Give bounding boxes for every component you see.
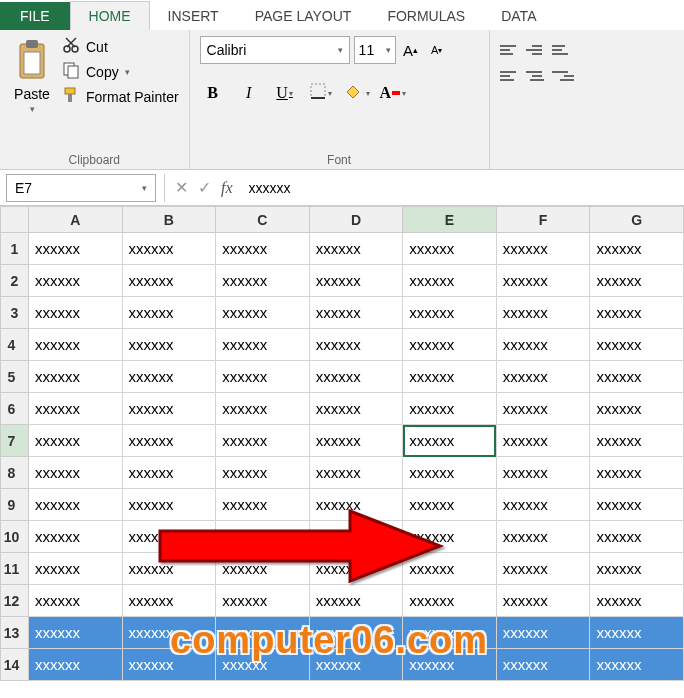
cell-A2[interactable]: xxxxxx [29, 265, 123, 297]
cell-G11[interactable]: xxxxxx [590, 553, 684, 585]
cell-B2[interactable]: xxxxxx [122, 265, 216, 297]
cell-B14[interactable]: xxxxxx [122, 649, 216, 681]
cell-D7[interactable]: xxxxxx [309, 425, 403, 457]
row-header-13[interactable]: 13 [1, 617, 29, 649]
cell-A12[interactable]: xxxxxx [29, 585, 123, 617]
cell-E5[interactable]: xxxxxx [403, 361, 497, 393]
cell-D11[interactable]: xxxxxx [309, 553, 403, 585]
cell-A14[interactable]: xxxxxx [29, 649, 123, 681]
enter-icon[interactable]: ✓ [198, 178, 211, 197]
cell-C1[interactable]: xxxxxx [216, 233, 310, 265]
align-left-button[interactable] [500, 66, 522, 86]
row-header-5[interactable]: 5 [1, 361, 29, 393]
cell-G9[interactable]: xxxxxx [590, 489, 684, 521]
cell-C14[interactable]: xxxxxx [216, 649, 310, 681]
row-header-12[interactable]: 12 [1, 585, 29, 617]
cell-F13[interactable]: xxxxxx [496, 617, 590, 649]
align-center-button[interactable] [526, 66, 548, 86]
cell-D8[interactable]: xxxxxx [309, 457, 403, 489]
cell-F1[interactable]: xxxxxx [496, 233, 590, 265]
cell-G6[interactable]: xxxxxx [590, 393, 684, 425]
cell-G8[interactable]: xxxxxx [590, 457, 684, 489]
cell-A5[interactable]: xxxxxx [29, 361, 123, 393]
cell-A6[interactable]: xxxxxx [29, 393, 123, 425]
row-header-1[interactable]: 1 [1, 233, 29, 265]
cell-D13[interactable]: xxxxxx [309, 617, 403, 649]
cell-E8[interactable]: xxxxxx [403, 457, 497, 489]
cell-C5[interactable]: xxxxxx [216, 361, 310, 393]
bold-button[interactable]: B [200, 80, 226, 106]
row-header-10[interactable]: 10 [1, 521, 29, 553]
tab-insert[interactable]: INSERT [150, 2, 237, 30]
row-header-9[interactable]: 9 [1, 489, 29, 521]
row-header-8[interactable]: 8 [1, 457, 29, 489]
cell-B3[interactable]: xxxxxx [122, 297, 216, 329]
cell-E6[interactable]: xxxxxx [403, 393, 497, 425]
col-header-A[interactable]: A [29, 207, 123, 233]
row-header-6[interactable]: 6 [1, 393, 29, 425]
cell-B4[interactable]: xxxxxx [122, 329, 216, 361]
cell-G12[interactable]: xxxxxx [590, 585, 684, 617]
tab-page-layout[interactable]: PAGE LAYOUT [237, 2, 370, 30]
cell-B1[interactable]: xxxxxx [122, 233, 216, 265]
shrink-font-button[interactable]: A▾ [426, 39, 448, 61]
cell-B8[interactable]: xxxxxx [122, 457, 216, 489]
row-header-2[interactable]: 2 [1, 265, 29, 297]
cell-F9[interactable]: xxxxxx [496, 489, 590, 521]
tab-formulas[interactable]: FORMULAS [369, 2, 483, 30]
cell-D3[interactable]: xxxxxx [309, 297, 403, 329]
cell-C3[interactable]: xxxxxx [216, 297, 310, 329]
align-top-button[interactable] [500, 40, 522, 60]
tab-home[interactable]: HOME [70, 1, 150, 30]
cell-D4[interactable]: xxxxxx [309, 329, 403, 361]
worksheet[interactable]: ABCDEFG1xxxxxxxxxxxxxxxxxxxxxxxxxxxxxxxx… [0, 206, 684, 681]
cell-C8[interactable]: xxxxxx [216, 457, 310, 489]
cell-D1[interactable]: xxxxxx [309, 233, 403, 265]
cell-E12[interactable]: xxxxxx [403, 585, 497, 617]
cell-E10[interactable]: xxxxxx [403, 521, 497, 553]
cell-E9[interactable]: xxxxxx [403, 489, 497, 521]
tab-data[interactable]: DATA [483, 2, 554, 30]
cell-E7[interactable]: xxxxxx [403, 425, 497, 457]
name-box[interactable]: E7 ▾ [6, 174, 156, 202]
cell-G10[interactable]: xxxxxx [590, 521, 684, 553]
cell-C9[interactable]: xxxxxx [216, 489, 310, 521]
cut-button[interactable]: Cut [62, 36, 179, 57]
cell-A3[interactable]: xxxxxx [29, 297, 123, 329]
cell-C12[interactable]: xxxxxx [216, 585, 310, 617]
col-header-D[interactable]: D [309, 207, 403, 233]
cell-F2[interactable]: xxxxxx [496, 265, 590, 297]
cell-C2[interactable]: xxxxxx [216, 265, 310, 297]
font-name-select[interactable]: Calibri ▾ [200, 36, 350, 64]
col-header-C[interactable]: C [216, 207, 310, 233]
row-header-11[interactable]: 11 [1, 553, 29, 585]
cell-C7[interactable]: xxxxxx [216, 425, 310, 457]
cell-C4[interactable]: xxxxxx [216, 329, 310, 361]
align-middle-button[interactable] [526, 40, 548, 60]
cell-C10[interactable]: xxxxxx [216, 521, 310, 553]
row-header-7[interactable]: 7 [1, 425, 29, 457]
row-header-14[interactable]: 14 [1, 649, 29, 681]
cancel-icon[interactable]: ✕ [175, 178, 188, 197]
cell-G14[interactable]: xxxxxx [590, 649, 684, 681]
copy-button[interactable]: Copy ▾ [62, 61, 179, 82]
cell-D6[interactable]: xxxxxx [309, 393, 403, 425]
cell-D12[interactable]: xxxxxx [309, 585, 403, 617]
col-header-E[interactable]: E [403, 207, 497, 233]
cell-F3[interactable]: xxxxxx [496, 297, 590, 329]
cell-E13[interactable]: xxxxxx [403, 617, 497, 649]
row-header-3[interactable]: 3 [1, 297, 29, 329]
cell-A11[interactable]: xxxxxx [29, 553, 123, 585]
cell-B6[interactable]: xxxxxx [122, 393, 216, 425]
cell-B12[interactable]: xxxxxx [122, 585, 216, 617]
align-bottom-button[interactable] [552, 40, 574, 60]
cell-G2[interactable]: xxxxxx [590, 265, 684, 297]
cell-C11[interactable]: xxxxxx [216, 553, 310, 585]
cell-G13[interactable]: xxxxxx [590, 617, 684, 649]
cell-G3[interactable]: xxxxxx [590, 297, 684, 329]
cell-C6[interactable]: xxxxxx [216, 393, 310, 425]
paste-button[interactable]: Paste ▾ [10, 36, 54, 118]
fx-icon[interactable]: fx [221, 179, 233, 197]
cell-B13[interactable]: xxxxxx [122, 617, 216, 649]
cell-F8[interactable]: xxxxxx [496, 457, 590, 489]
